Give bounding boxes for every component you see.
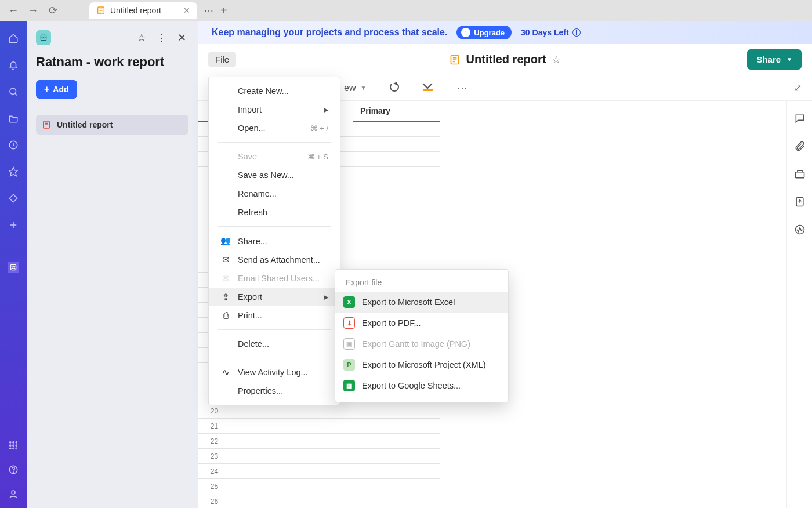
row-number[interactable]: 21 — [198, 419, 231, 434]
clock-icon[interactable] — [8, 139, 19, 151]
activity-icon[interactable] — [794, 224, 806, 238]
folder-icon[interactable] — [8, 113, 19, 124]
menu-open[interactable]: Open...⌘ + / — [209, 119, 340, 137]
cell[interactable] — [353, 419, 440, 434]
star-icon[interactable] — [8, 166, 19, 177]
cell[interactable] — [353, 122, 440, 137]
publish-icon[interactable] — [794, 196, 806, 210]
expand-icon[interactable]: ⤢ — [794, 82, 802, 93]
home-icon[interactable] — [8, 32, 19, 44]
cell[interactable] — [353, 464, 440, 479]
menu-activity-log[interactable]: ∿View Activity Log... — [209, 363, 340, 382]
view-label-partial: ew — [344, 83, 356, 93]
cell[interactable] — [353, 197, 440, 212]
export-gsheets[interactable]: ▦Export to Google Sheets... — [335, 375, 508, 396]
browser-tab[interactable]: Untitled report ✕ — [89, 2, 197, 19]
highlighter-button[interactable] — [423, 83, 433, 93]
attachments-icon[interactable] — [794, 140, 806, 154]
row-number[interactable]: 22 — [198, 434, 231, 449]
row-number[interactable]: 23 — [198, 449, 231, 464]
refresh-button[interactable] — [390, 82, 399, 94]
cell[interactable] — [353, 494, 440, 508]
cell[interactable] — [353, 479, 440, 494]
upgrade-button[interactable]: ↑ Upgrade — [456, 26, 512, 39]
cell[interactable] — [231, 419, 353, 434]
grid-icon[interactable] — [8, 440, 19, 451]
menu-share[interactable]: 👥Share... — [209, 231, 340, 251]
search-icon[interactable] — [8, 86, 19, 97]
menu-create-new[interactable]: Create New... — [209, 82, 340, 100]
svg-marker-7 — [9, 168, 18, 176]
back-icon[interactable]: ← — [7, 5, 20, 17]
cell[interactable] — [353, 434, 440, 449]
workspace-menu-icon[interactable]: ⋮ — [154, 31, 169, 44]
menu-save-as-new[interactable]: Save as New... — [209, 166, 340, 184]
apps-icon[interactable] — [8, 193, 19, 204]
export-pdf[interactable]: ⬇Export to PDF... — [335, 313, 508, 333]
cell[interactable] — [231, 464, 353, 479]
caret-down-icon: ▼ — [360, 85, 366, 91]
more-options-button[interactable]: ⋯ — [457, 82, 467, 95]
menu-delete[interactable]: Delete... — [209, 335, 340, 353]
menu-send-attachment[interactable]: ✉Send as Attachment... — [209, 251, 340, 269]
favorite-workspace-icon[interactable]: ☆ — [135, 31, 148, 44]
add-button[interactable]: +Add — [36, 80, 77, 99]
cell[interactable] — [231, 479, 353, 494]
svg-line-5 — [15, 93, 17, 96]
cell[interactable] — [353, 242, 440, 257]
svg-point-18 — [13, 445, 14, 446]
cell[interactable] — [353, 152, 440, 167]
user-icon[interactable] — [8, 488, 19, 500]
sidebar-item-report[interactable]: Untitled report — [36, 115, 188, 135]
menu-export[interactable]: ⇪Export▶ — [209, 288, 340, 306]
reload-icon[interactable]: ⟳ — [46, 4, 59, 17]
workspace-badge[interactable] — [36, 30, 51, 45]
document-title[interactable]: Untitled report — [466, 53, 546, 66]
favorite-document-icon[interactable]: ☆ — [552, 53, 561, 66]
cell[interactable] — [353, 182, 440, 197]
menu-import[interactable]: Import▶ — [209, 100, 340, 119]
share-button[interactable]: Share ▼ — [747, 49, 802, 70]
view-selector[interactable]: ew▼ — [344, 83, 366, 93]
row-number[interactable]: 26 — [198, 494, 231, 508]
bell-icon[interactable] — [8, 59, 19, 71]
workspace-icon[interactable] — [8, 262, 19, 273]
close-sidebar-icon[interactable]: ✕ — [175, 31, 188, 44]
cell[interactable] — [231, 494, 353, 508]
menu-properties[interactable]: Properties... — [209, 382, 340, 400]
excel-icon: X — [343, 296, 355, 308]
cell[interactable] — [231, 449, 353, 464]
workspace-title: Ratnam - work report — [36, 55, 188, 70]
menu-refresh[interactable]: Refresh — [209, 203, 340, 222]
proofs-icon[interactable] — [794, 168, 806, 182]
export-msproject[interactable]: PExport to Microsoft Project (XML) — [335, 354, 508, 375]
new-tab-icon[interactable]: + — [220, 4, 227, 17]
add-icon[interactable] — [8, 219, 19, 231]
row-number[interactable]: 24 — [198, 464, 231, 479]
export-excel[interactable]: XExport to Microsoft Excel — [335, 292, 508, 313]
cell[interactable] — [231, 434, 353, 449]
sidebar-item-label: Untitled report — [57, 120, 113, 129]
help-icon[interactable] — [8, 464, 19, 476]
column-header-primary[interactable]: Primary — [353, 101, 440, 122]
cell[interactable] — [353, 449, 440, 464]
file-menu-button[interactable]: File — [208, 52, 236, 67]
menu-separator — [218, 358, 331, 358]
project-icon: P — [343, 359, 355, 371]
document-titlebar: File Create New... Import▶ Open...⌘ + / … — [198, 44, 812, 75]
row-number[interactable]: 25 — [198, 479, 231, 494]
close-tab-icon[interactable]: ✕ — [183, 6, 190, 15]
banner-text: Keep managing your projects and process … — [212, 27, 447, 38]
cell[interactable] — [353, 227, 440, 242]
tab-overflow-icon[interactable]: ⋯ — [204, 5, 213, 16]
svg-point-4 — [10, 88, 16, 95]
menu-print[interactable]: ⎙Print... — [209, 306, 340, 325]
comments-icon[interactable] — [794, 113, 806, 126]
forward-icon[interactable]: → — [27, 5, 39, 17]
cell[interactable] — [353, 212, 440, 227]
menu-rename[interactable]: Rename... — [209, 184, 340, 203]
workspace-sidebar: ☆ ⋮ ✕ Ratnam - work report +Add Untitled… — [27, 21, 198, 508]
cell[interactable] — [353, 167, 440, 182]
trial-days[interactable]: 30 Days Left i — [521, 28, 580, 37]
cell[interactable] — [353, 137, 440, 152]
